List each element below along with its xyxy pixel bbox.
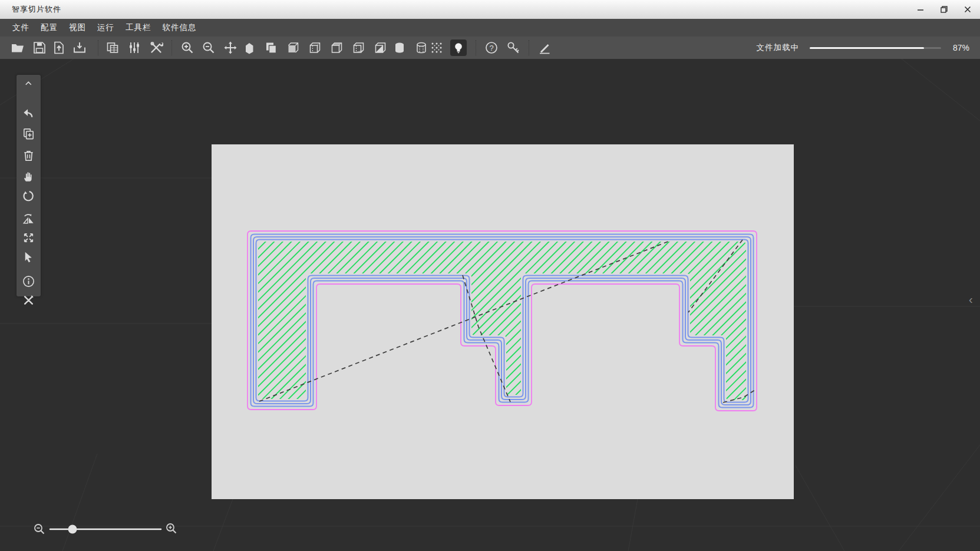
toolbar-separator <box>476 40 476 55</box>
tools-button[interactable] <box>148 39 164 56</box>
toolbar-separator <box>98 40 98 55</box>
view-cube-half-button[interactable] <box>372 39 388 56</box>
file-loading-status: 文件加载中 87% <box>757 37 970 59</box>
svg-text:?: ? <box>489 44 493 52</box>
minimize-icon <box>916 5 925 14</box>
view-cube-inner-button[interactable] <box>306 39 323 56</box>
add-model-button[interactable] <box>17 127 41 141</box>
mirror-flip-button[interactable] <box>17 212 41 226</box>
import-file-button[interactable] <box>71 39 88 56</box>
menu-view[interactable]: 视图 <box>69 21 86 34</box>
toolbar: ? 文件加载中 87% <box>0 37 980 60</box>
export-file-button[interactable] <box>51 39 67 56</box>
pan-hand-button[interactable] <box>17 170 41 184</box>
zoom-out-icon <box>202 41 216 55</box>
loading-label: 文件加载中 <box>757 42 800 53</box>
loading-percent: 87% <box>949 43 969 52</box>
draw-line-icon <box>537 41 552 55</box>
view-cube-top-button[interactable] <box>328 39 345 56</box>
view-cube-solid-button[interactable] <box>241 39 258 56</box>
draw-line-button[interactable] <box>536 39 553 56</box>
view-cube-bottom-icon <box>351 41 365 55</box>
view-cube-left-icon <box>286 41 300 55</box>
restore-button[interactable] <box>936 2 952 17</box>
delete-model-button[interactable] <box>17 149 41 163</box>
left-tool-panel <box>17 75 41 296</box>
undo-icon <box>22 107 35 121</box>
restore-icon <box>940 5 948 14</box>
viewport-3d[interactable]: ‹ <box>0 59 980 551</box>
view-cube-top-icon <box>329 41 344 55</box>
zoom-in-button[interactable] <box>179 39 196 56</box>
select-cursor-icon <box>22 250 35 264</box>
repair-tools-button[interactable] <box>17 293 41 307</box>
mirror-flip-icon <box>22 212 35 226</box>
collapse-up-button[interactable] <box>17 79 41 90</box>
window-controls <box>913 0 975 19</box>
toolbar-separator <box>529 40 529 55</box>
save-file-button[interactable] <box>31 39 48 56</box>
view-cube-left-button[interactable] <box>285 39 301 56</box>
slice-panel-icon <box>105 41 120 55</box>
loading-progressbar <box>810 47 941 49</box>
slice-panel-button[interactable] <box>104 39 121 56</box>
titlebar: 智享切片软件 <box>0 0 980 19</box>
zoom-in-icon <box>180 41 194 55</box>
right-panel-collapse-chevron[interactable]: ‹ <box>969 293 973 305</box>
loading-progress-fill <box>810 47 924 49</box>
collapse-up-icon <box>24 79 34 90</box>
zoom-slider-thumb[interactable] <box>68 525 77 534</box>
rotate-ccw-icon <box>22 190 35 203</box>
menu-toolbar[interactable]: 工具栏 <box>126 21 151 34</box>
view-points-icon <box>430 41 444 55</box>
view-cylinder-wire-button[interactable] <box>413 39 430 56</box>
move-icon <box>223 41 237 55</box>
view-cube-inner-icon <box>308 41 322 55</box>
adjust-params-button[interactable] <box>126 39 143 56</box>
license-key-button[interactable] <box>505 39 522 56</box>
model-info-button[interactable] <box>17 275 41 288</box>
view-cube-solid-icon <box>242 41 256 55</box>
move-button[interactable] <box>222 39 239 56</box>
rotate-ccw-button[interactable] <box>17 190 41 203</box>
open-file-icon <box>11 41 25 55</box>
view-cube-half-icon <box>373 41 387 55</box>
fit-view-button[interactable] <box>17 231 41 245</box>
import-file-icon <box>72 41 87 55</box>
view-cube-bottom-button[interactable] <box>350 39 367 56</box>
open-file-button[interactable] <box>9 39 26 56</box>
view-layers-button[interactable] <box>263 39 279 56</box>
toolbar-separator <box>171 40 172 55</box>
menu-about[interactable]: 软件信息 <box>163 21 197 34</box>
pan-hand-icon <box>22 170 35 184</box>
close-button[interactable] <box>960 2 975 17</box>
menu-file[interactable]: 文件 <box>12 21 29 34</box>
adjust-params-icon <box>127 41 141 55</box>
add-model-icon <box>22 127 35 141</box>
view-points-button[interactable] <box>428 39 445 56</box>
light-icon <box>451 41 466 55</box>
slice-preview <box>212 144 794 499</box>
help-button[interactable]: ? <box>483 39 500 56</box>
license-key-icon <box>506 41 520 55</box>
undo-button[interactable] <box>17 107 41 121</box>
help-icon: ? <box>484 41 499 55</box>
fit-view-icon <box>22 231 35 245</box>
light-button[interactable] <box>450 39 467 56</box>
close-icon <box>963 5 972 14</box>
tools-icon <box>149 41 163 55</box>
save-file-icon <box>32 41 47 55</box>
delete-model-icon <box>22 149 35 163</box>
view-cylinder-wire-icon <box>414 41 428 55</box>
window-title: 智享切片软件 <box>12 4 61 15</box>
zoom-out-button[interactable] <box>200 39 217 56</box>
model-info-icon <box>22 275 35 288</box>
menubar: 文件 配置 视图 运行 工具栏 软件信息 <box>0 19 980 37</box>
menu-config[interactable]: 配置 <box>41 21 58 34</box>
repair-tools-icon <box>22 293 35 307</box>
viewport-canvas[interactable] <box>212 144 794 499</box>
select-cursor-button[interactable] <box>17 250 41 264</box>
view-cylinder-button[interactable] <box>391 39 408 56</box>
minimize-button[interactable] <box>913 2 928 17</box>
menu-run[interactable]: 运行 <box>97 21 114 34</box>
